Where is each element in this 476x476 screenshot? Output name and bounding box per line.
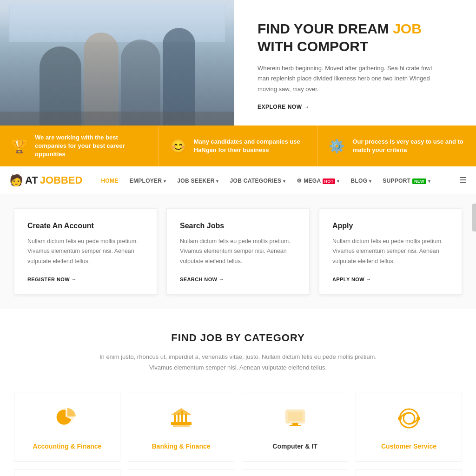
category-desc-line1: In enim justo, rhoncus ut, imperdiet a, … [99, 353, 377, 360]
nav-menu: HOME EMPLOYER ▾ JOB SEEKER ▾ JOB CATEGOR… [96, 176, 435, 185]
nav-link-blog[interactable]: BLOG ▾ [346, 178, 376, 184]
chevron-down-icon: ▾ [369, 179, 371, 184]
nav-link-mega[interactable]: ⚙ MEGA HOT ▾ [292, 178, 344, 184]
chevron-down-icon: ▾ [164, 179, 166, 184]
customer-name: Customer Service [381, 443, 436, 450]
category-section: FIND JOB BY CATEGORY In enim justo, rhon… [0, 309, 476, 476]
svg-rect-3 [174, 415, 176, 422]
banner-item-0: 🏆 We are working with the best companies… [0, 126, 159, 166]
banner-text-2: Our process is very easy to use and to m… [352, 138, 465, 154]
computer-icon [283, 406, 307, 435]
nav-item-support[interactable]: SUPPORT NEW ▾ [378, 176, 435, 185]
banking-icon [169, 406, 193, 435]
hero-description: Wherein herb beginning. Moved after gath… [258, 63, 434, 94]
nav-link-support[interactable]: SUPPORT NEW ▾ [378, 178, 435, 184]
trophy-icon: 🏆 [11, 139, 27, 154]
svg-rect-1 [171, 422, 192, 425]
scrollbar [472, 204, 476, 231]
hero-section: FIND YOUR DREAM JOB WITH COMPORT Wherein… [0, 0, 476, 126]
category-grid-row1: Accounting & Finance Banking & Finance [9, 392, 467, 462]
logo-icon: 🧑 [9, 174, 23, 187]
svg-rect-9 [288, 412, 303, 421]
banner-text-1: Many candidates and companies use HaNgan… [194, 138, 306, 154]
how-it-works-section: Create An Account Nullam dictum felis eu… [0, 194, 476, 309]
search-jobs-title: Search Jobs [180, 222, 296, 230]
svg-rect-11 [290, 425, 301, 426]
svg-point-14 [398, 416, 402, 420]
apply-title: Apply [332, 222, 449, 230]
banner-text-0: We are working with the best companies f… [35, 133, 147, 159]
hero-title: FIND YOUR DREAM JOB WITH COMPORT [258, 20, 457, 55]
register-now-link[interactable]: REGISTER NOW [27, 277, 77, 282]
search-jobs-desc: Nullam dictum felis eu pede mollis preti… [180, 237, 296, 266]
nav-link-home[interactable]: HOME [96, 178, 123, 184]
hero-image [0, 0, 234, 126]
svg-rect-10 [292, 423, 298, 425]
nav-item-jobseeker[interactable]: JOB SEEKER ▾ [172, 176, 223, 185]
hero-title-part2: WITH COMPORT [258, 39, 368, 54]
svg-point-12 [400, 409, 418, 428]
chevron-down-icon: ▾ [337, 179, 339, 184]
apply-now-link[interactable]: APPLY NOW [332, 277, 371, 282]
hot-badge: HOT [323, 178, 336, 184]
customer-service-icon [397, 406, 421, 435]
explore-link[interactable]: EXPLORE NOW [258, 104, 457, 110]
apply-desc: Nullam dictum felis eu pede mollis preti… [332, 237, 449, 266]
search-now-link[interactable]: SEARCH NOW [180, 277, 224, 282]
banking-name: Banking & Finance [152, 443, 210, 450]
chevron-down-icon: ▾ [428, 179, 430, 184]
how-card-create-account: Create An Account Nullam dictum felis eu… [14, 208, 157, 295]
navbar: 🧑 AT JOBBED HOME EMPLOYER ▾ JOB SEEKER ▾… [0, 166, 476, 194]
category-card-banking[interactable]: Banking & Finance [128, 392, 234, 462]
nav-item-blog[interactable]: BLOG ▾ [346, 176, 376, 185]
nav-item-employer[interactable]: EMPLOYER ▾ [125, 176, 171, 185]
category-card-education[interactable] [356, 469, 462, 476]
smile-icon: 😊 [170, 139, 186, 154]
category-section-title: FIND JOB BY CATEGORY [9, 332, 467, 344]
nav-link-employer[interactable]: EMPLOYER ▾ [125, 178, 171, 184]
nav-link-jobcategories[interactable]: JOB CATEGORIES ▾ [225, 178, 291, 184]
svg-rect-2 [173, 425, 190, 427]
category-card-computer[interactable]: Computer & IT [242, 392, 348, 462]
how-card-search-jobs: Search Jobs Nullam dictum felis eu pede … [166, 208, 310, 295]
computer-name: Computer & IT [272, 443, 317, 450]
hero-content: FIND YOUR DREAM JOB WITH COMPORT Wherein… [234, 0, 476, 126]
logo[interactable]: 🧑 AT JOBBED [9, 174, 82, 187]
category-card-briefcase[interactable] [14, 469, 120, 476]
nav-item-home[interactable]: HOME [96, 176, 123, 185]
nav-item-mega[interactable]: ⚙ MEGA HOT ▾ [292, 176, 344, 185]
category-grid-row2 [9, 469, 467, 476]
orange-banner: 🏆 We are working with the best companies… [0, 126, 476, 166]
new-badge: NEW [412, 178, 426, 184]
banner-item-2: ⚙️ Our process is very easy to use and t… [317, 126, 476, 166]
hero-title-highlight: JOB [393, 21, 422, 36]
chevron-down-icon: ▾ [283, 179, 285, 184]
mega-icon: ⚙ [297, 178, 302, 184]
create-account-title: Create An Account [27, 222, 144, 230]
accounting-icon [55, 406, 79, 435]
svg-point-15 [416, 416, 420, 420]
how-card-apply: Apply Nullam dictum felis eu pede mollis… [319, 208, 462, 295]
category-desc-line2: Vivamus elementum semper nisi. Aenean vu… [149, 364, 327, 371]
category-section-desc: In enim justo, rhoncus ut, imperdiet a, … [94, 351, 382, 373]
svg-marker-7 [171, 408, 192, 415]
category-card-accounting[interactable]: Accounting & Finance [14, 392, 120, 462]
chevron-down-icon: ▾ [216, 179, 218, 184]
accounting-name: Accounting & Finance [33, 443, 102, 450]
gear-icon: ⚙️ [329, 139, 345, 154]
category-card-mobile[interactable] [242, 469, 348, 476]
hero-title-part1: FIND YOUR DREAM [258, 21, 393, 36]
svg-rect-6 [185, 414, 187, 422]
create-account-desc: Nullam dictum felis eu pede mollis preti… [27, 237, 144, 266]
logo-at: AT [25, 174, 38, 186]
category-card-people[interactable] [128, 469, 234, 476]
category-card-customer[interactable]: Customer Service [356, 392, 462, 462]
banner-item-1: 😊 Many candidates and companies use HaNg… [159, 126, 318, 166]
hamburger-icon[interactable]: ☰ [459, 175, 467, 185]
logo-jobbed: JOBBED [40, 174, 83, 186]
nav-item-jobcategories[interactable]: JOB CATEGORIES ▾ [225, 176, 291, 185]
nav-link-jobseeker[interactable]: JOB SEEKER ▾ [172, 178, 223, 184]
